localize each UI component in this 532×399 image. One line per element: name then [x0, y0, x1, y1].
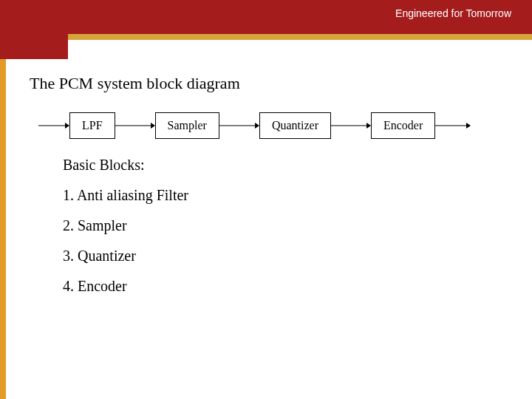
arrow-icon	[219, 121, 259, 130]
list-item: 2. Sampler	[63, 217, 510, 234]
header-bar: Engineered for Tomorrow	[0, 0, 532, 34]
header-red-tab	[0, 34, 68, 59]
slide-content: The PCM system block diagram LPF Sampler…	[30, 74, 510, 384]
header-gold-line	[0, 34, 532, 40]
svg-marker-9	[466, 123, 471, 129]
list-item: 1. Anti aliasing Filter	[63, 187, 510, 204]
arrow-icon	[435, 121, 471, 130]
arrow-icon	[115, 121, 155, 130]
block-sampler: Sampler	[155, 112, 219, 139]
block-diagram: LPF Sampler Quantizer Encoder	[30, 112, 510, 139]
header-tagline: Engineered for Tomorrow	[395, 7, 511, 19]
arrow-icon	[331, 121, 371, 130]
list-item: 3. Quantizer	[63, 248, 510, 265]
body-heading: Basic Blocks:	[63, 157, 510, 174]
list-item: 4. Encoder	[63, 278, 510, 295]
block-lpf: LPF	[69, 112, 115, 139]
block-encoder: Encoder	[371, 112, 435, 139]
block-quantizer: Quantizer	[259, 112, 331, 139]
slide-title: The PCM system block diagram	[30, 74, 510, 93]
left-accent-bar	[0, 59, 6, 399]
body-text: Basic Blocks: 1. Anti aliasing Filter 2.…	[30, 157, 510, 295]
arrow-icon	[38, 121, 69, 130]
